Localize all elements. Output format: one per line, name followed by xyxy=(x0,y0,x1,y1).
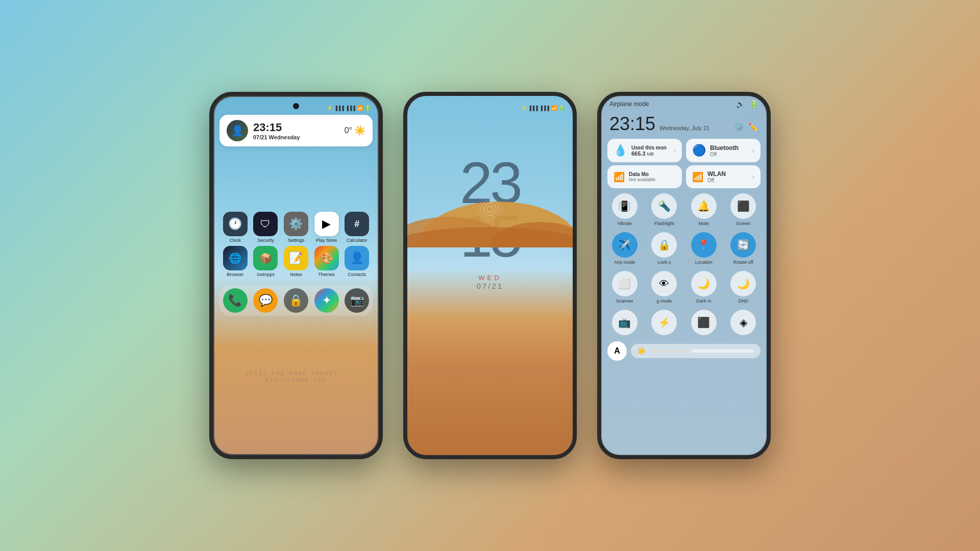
cc-btn-edit2[interactable]: ◈ xyxy=(726,310,761,335)
fingerprint-area[interactable] xyxy=(477,196,503,224)
dock-phone[interactable]: 📞 xyxy=(222,288,249,313)
phone2-status-bar: ⚡ ▐▐▐ ▐▐▐ 📶 🔋 xyxy=(407,96,573,113)
cc-btn-rotate[interactable]: 🔄 Rotate off xyxy=(726,232,761,265)
app-notes[interactable]: 📝 Notes xyxy=(282,246,310,277)
cc-btn-mute[interactable]: 🔔 Mute xyxy=(687,193,721,226)
fingerprint-icon xyxy=(477,196,503,222)
settings-label: Settings xyxy=(288,238,305,243)
svg-point-7 xyxy=(487,206,493,212)
dock-lock[interactable]: 🔒 xyxy=(282,288,310,313)
cc-btn-scanner[interactable]: ⬜ Scanner xyxy=(607,271,642,304)
airplane-btn-circle: ✈️ xyxy=(612,232,638,258)
cc-btn-location[interactable]: 📍 Location xyxy=(687,232,721,265)
reading-btn-circle: 👁 xyxy=(651,271,677,296)
browser-label: Browser xyxy=(227,272,243,277)
cc-btn-screen2[interactable]: ⬛ xyxy=(687,310,721,335)
brightness-bar xyxy=(650,349,754,353)
bluetooth-status-icon: ⚡ xyxy=(327,105,333,111)
app-browser[interactable]: 🌐 Browser xyxy=(222,246,249,277)
app-calculator[interactable]: # Calculator xyxy=(343,212,371,243)
clock-label: Clock xyxy=(230,238,241,243)
settings-cc-icon[interactable]: ⚙️ xyxy=(734,122,744,132)
scanner-label: Scanner xyxy=(616,298,633,304)
datamode-title: Data Mo xyxy=(629,171,655,177)
app-dock: 📞 💬 🔒 ✦ 📷 xyxy=(219,285,373,316)
airplane-mode-label: Airplane mode xyxy=(609,101,649,108)
phone-1: ⚡ ▐▐▐ ▐▐▐ 📶 🔋 👤 23:15 07/21 Wednesday xyxy=(209,92,383,459)
flashlight-btn-circle: 🔦 xyxy=(651,193,677,219)
playstore-icon: ▶ xyxy=(314,212,339,236)
cc-btn-cast[interactable]: 📺 xyxy=(607,310,642,335)
app-themes[interactable]: 🎨 Themes xyxy=(313,246,340,277)
themes-label: Themes xyxy=(318,272,335,277)
app-playstore[interactable]: ▶ Play Store xyxy=(313,212,340,243)
phone2-date: 07/21 xyxy=(418,282,562,290)
app-contacts[interactable]: 👤 Contacts xyxy=(343,246,371,277)
cc-btn-flashlight[interactable]: 🔦 Flashlight xyxy=(647,193,682,226)
dock-multi[interactable]: ✦ xyxy=(313,288,340,313)
phone2-day: WED xyxy=(418,274,562,282)
battery-cc-icon: 🔋 xyxy=(750,100,758,108)
datamode-status: Not available xyxy=(629,177,655,182)
cc-buttons-row1: 📳 Vibrate 🔦 Flashlight 🔔 Mute ⬛ Screen xyxy=(601,189,767,230)
app-security[interactable]: 🛡 Security xyxy=(252,212,280,243)
cc-tile-wlan[interactable]: 📶 WLAN Off › xyxy=(686,165,761,188)
rotate-label: Rotate off xyxy=(733,260,753,265)
vibrate-btn-circle: 📳 xyxy=(612,193,638,219)
app-grid-row1: 🕐 Clock 🛡 Security ⚙️ Settings ▶ xyxy=(219,208,373,281)
cc-btn-darkmode[interactable]: 🌙 Dark m xyxy=(687,271,721,304)
cc-btn-dnd[interactable]: 🌙 DND xyxy=(726,271,761,304)
data-usage-info: Used this mon 665.3 MB xyxy=(631,145,667,157)
calculator-label: Calculator xyxy=(347,238,368,243)
security-icon: 🛡 xyxy=(253,212,278,236)
cc-time-actions: ⚙️ ✏️ xyxy=(734,122,758,132)
data-usage-icon: 💧 xyxy=(614,144,627,157)
phone2-wifi-icon: 📶 xyxy=(551,105,557,111)
bt-expand-icon: › xyxy=(752,147,754,154)
cc-tile-bluetooth[interactable]: 🔵 Bluetooth Off › xyxy=(686,139,761,162)
cc-keyboard-btn[interactable]: A xyxy=(607,341,627,361)
cc-btn-lockscreen[interactable]: 🔒 Lock s xyxy=(647,232,682,265)
cc-btn-screen[interactable]: ⬛ Screen xyxy=(726,193,761,226)
security-label: Security xyxy=(257,238,274,243)
svg-point-4 xyxy=(484,203,496,215)
app-settings[interactable]: ⚙️ Settings xyxy=(282,212,310,243)
cc-btn-vibrate[interactable]: 📳 Vibrate xyxy=(607,193,642,226)
screen2-btn-circle: ⬛ xyxy=(691,310,717,335)
edit-cc-icon[interactable]: ✏️ xyxy=(748,122,758,132)
cc-btn-flash2[interactable]: ⚡ xyxy=(647,310,682,335)
cc-time: 23:15 xyxy=(609,113,655,135)
volume-icon: 🔊 xyxy=(736,100,745,108)
wlan-expand-icon: › xyxy=(752,173,754,181)
multi-icon: ✦ xyxy=(314,288,339,313)
cc-btn-reading[interactable]: 👁 g mode xyxy=(647,271,682,304)
app-clock[interactable]: 🕐 Clock xyxy=(222,212,249,243)
flash2-btn-circle: ⚡ xyxy=(651,310,677,335)
cc-tile-data-usage[interactable]: 💧 Used this mon 665.3 MB › xyxy=(607,139,682,162)
cast-btn-circle: 📺 xyxy=(612,310,638,335)
widget-date: 07/21 Wednesday xyxy=(253,134,300,140)
signal2-icon: ▐▐▐ xyxy=(346,106,355,111)
lockscreen-btn-circle: 🔒 xyxy=(651,232,677,258)
keyboard-label: A xyxy=(614,346,620,356)
wlan-status: Off xyxy=(707,178,726,183)
wlan-icon: 📶 xyxy=(692,171,703,183)
signal-icon: ▐▐▐ xyxy=(334,106,344,111)
brightness-icon: ☀️ xyxy=(637,347,646,355)
rotate-btn-circle: 🔄 xyxy=(730,232,756,258)
app-getapps[interactable]: 📦 GetApps xyxy=(252,246,280,277)
datamode-info: Data Mo Not available xyxy=(629,171,655,182)
widget-time-section: 23:15 07/21 Wednesday xyxy=(253,121,300,140)
themes-icon: 🎨 xyxy=(314,246,339,270)
bluetooth-info: Bluetooth Off xyxy=(710,144,739,157)
phone2-status-icons: ⚡ ▐▐▐ ▐▐▐ 📶 🔋 xyxy=(521,105,565,111)
scanner-btn-circle: ⬜ xyxy=(612,271,638,296)
phone-icon: 📞 xyxy=(223,288,248,313)
dock-camera[interactable]: 📷 xyxy=(343,288,371,313)
cc-tile-datamode[interactable]: 📶 Data Mo Not available xyxy=(607,165,682,188)
cc-brightness-control[interactable]: ☀️ xyxy=(631,344,761,358)
clock-weather-widget[interactable]: 👤 23:15 07/21 Wednesday 0° ☀️ xyxy=(219,115,373,146)
dock-messages[interactable]: 💬 xyxy=(252,288,280,313)
phone1-content: 👤 23:15 07/21 Wednesday 0° ☀️ 🕐 xyxy=(213,115,379,316)
cc-btn-airplane[interactable]: ✈️ Airp mode xyxy=(607,232,642,265)
